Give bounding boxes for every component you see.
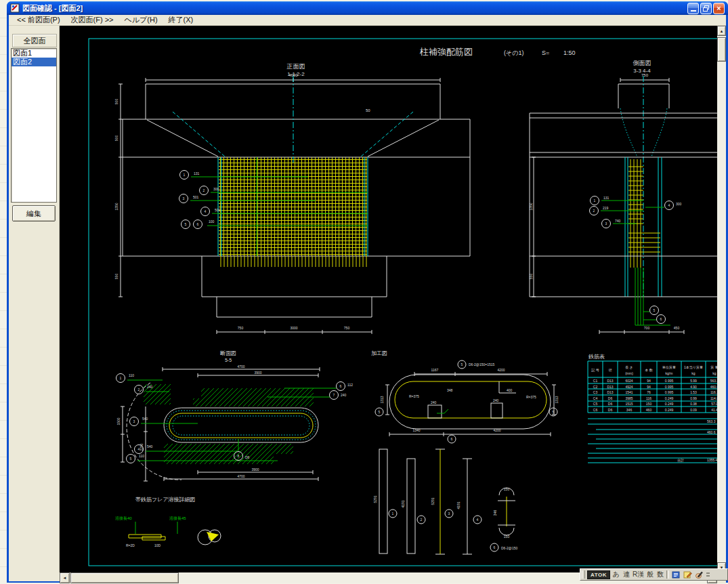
- rebar-mark-value: 240: [341, 393, 347, 397]
- table-cell: 114.8: [710, 396, 717, 400]
- menu-exit[interactable]: 終了(X): [169, 15, 194, 25]
- section-dim: 3900: [251, 467, 259, 472]
- fab-top-note: D6-2@150=1515: [469, 362, 495, 367]
- rebar-mark-value: 100: [209, 220, 215, 224]
- rebar-mark-value: 740: [615, 219, 621, 223]
- section-view: 断面図 5-5 4700 3900 1500 2250 3900 4700 1 …: [116, 350, 354, 481]
- table-cell: D13: [607, 390, 613, 394]
- fab-dim-rot: 1313: [380, 396, 384, 403]
- front-d50: 50: [366, 108, 370, 112]
- rebar-mark: 5: [130, 457, 132, 461]
- table-cell: 460: [646, 408, 652, 412]
- table-cell: 116: [646, 396, 651, 400]
- fab-dim: 1340: [412, 428, 420, 432]
- scroll-left-button[interactable]: ◄: [60, 572, 70, 583]
- ime-conversion-mode-button[interactable]: 連: [622, 570, 630, 579]
- ime-minimize-strip[interactable]: [706, 570, 710, 579]
- edit-button[interactable]: 編集: [12, 205, 56, 222]
- ime-brand-button[interactable]: ATOK: [587, 570, 610, 579]
- hook-note: D6-2@150: [501, 546, 517, 550]
- rebar-mark: 6: [197, 222, 199, 226]
- table-cell: D13: [607, 385, 613, 389]
- rebar-mark: 4: [205, 209, 207, 213]
- table-total: 1355.4: [707, 458, 717, 462]
- drawing-title: 柱補強配筋図: [419, 47, 473, 57]
- menu-bar: << 前図面(P) 次図面(F) >> ヘルプ(H) 終了(X): [9, 15, 726, 26]
- bar-details: 5291 1 4191 2 5291 3 4191 4: [373, 449, 481, 554]
- rebar-mark: 6: [340, 384, 342, 388]
- ime-dictionary-icon[interactable]: [671, 570, 681, 579]
- side-dim-top: 750: [641, 73, 649, 77]
- title-bar[interactable]: 図面確認 - [図面2] ×: [7, 1, 728, 15]
- scroll-up-button[interactable]: ▲: [717, 26, 726, 36]
- side-dim-left: 550: [529, 274, 533, 280]
- rebar-mark: 1: [184, 173, 186, 177]
- section-dim: 4700: [237, 474, 244, 478]
- drawing-list[interactable]: 図面1 図面2: [11, 48, 57, 203]
- rebar-mark-value: 500: [215, 208, 221, 212]
- table-cell: 563.3: [710, 379, 717, 383]
- table-cell: D6: [608, 408, 613, 412]
- rebar-mark: 1: [392, 512, 394, 516]
- cad-viewport: 柱補強配筋図 (その1) S= 1:50 正面図 1-1 2-2 4000 50…: [60, 26, 717, 572]
- ime-input-mode-button[interactable]: あ: [612, 570, 620, 579]
- fabrication-view: 加工図 5 D6-2@150=1515 1167 4200 R=375 348 …: [371, 350, 559, 443]
- table-cell: 1.53: [690, 390, 697, 394]
- table-cell: 4.90: [690, 385, 697, 389]
- table-header: (mm): [625, 371, 633, 375]
- table-cell: 1541: [625, 390, 633, 394]
- restore-icon: [703, 5, 709, 12]
- list-item-drawing1[interactable]: 図面1: [12, 49, 56, 58]
- table-cell: 460.6: [710, 385, 717, 389]
- rebar-mark-value: 219: [603, 206, 609, 210]
- rebar-mark: 2: [203, 188, 205, 192]
- menu-prev-drawing[interactable]: << 前図面(P): [17, 15, 60, 25]
- rebar-mark: 2: [421, 518, 423, 522]
- ime-kanji-mode-button[interactable]: R漢: [633, 570, 644, 579]
- table-cell: 41.4: [711, 408, 717, 412]
- side-view: 側面図 3-3 4-4 750 1 131 2 219 3 740 4 300 …: [529, 60, 717, 334]
- table-cell: 0.249: [665, 402, 674, 406]
- table-cell: 94: [647, 385, 651, 389]
- rebar-table: 鉄筋表 記 号 径 長 さ (mm) 本 数 単位質量 kg/m 1本当り質量 …: [588, 354, 717, 463]
- vertical-scroll-thumb[interactable]: [717, 37, 726, 62]
- section-view-sub: 5-5: [225, 358, 232, 362]
- fab-text: 348: [447, 388, 453, 392]
- horizontal-scroll-thumb[interactable]: [70, 572, 179, 583]
- bar-length: 5291: [373, 495, 377, 503]
- rebar-mark: 5: [461, 362, 463, 367]
- minimize-button[interactable]: [687, 3, 699, 14]
- weld-detail: 帯鉄筋フレア溶接詳細図 溶接長40 溶接長45 R=2D 10D: [115, 497, 221, 547]
- weld-detail-label: 帯鉄筋フレア溶接詳細図: [135, 497, 196, 503]
- ime-extra-mode-button[interactable]: 数: [656, 570, 664, 579]
- ime-grip-handle[interactable]: [582, 570, 585, 579]
- table-cell: 5.99: [690, 379, 697, 383]
- menu-next-drawing[interactable]: 次図面(F) >>: [71, 15, 114, 25]
- ime-word-register-icon[interactable]: [683, 570, 692, 579]
- rebar-mark: 6: [660, 317, 662, 321]
- drawing-title-note: (その1): [504, 49, 523, 56]
- table-header: 本 数: [645, 368, 652, 372]
- close-button[interactable]: ×: [713, 3, 725, 14]
- table-header: kg/m: [666, 371, 673, 375]
- section-view-label: 断面図: [220, 350, 236, 356]
- rebar-mark: 3: [448, 512, 450, 516]
- list-item-drawing2[interactable]: 図面2: [12, 58, 56, 66]
- table-total-label: 合計: [677, 458, 684, 463]
- minimize-icon: [691, 10, 696, 12]
- table-cell: 0.249: [665, 396, 674, 400]
- hook-detail: 150 150 346 6 D6-2@150: [490, 487, 517, 551]
- ime-handwriting-icon[interactable]: [694, 570, 704, 579]
- table-cell: C2: [593, 385, 598, 389]
- vertical-scrollbar[interactable]: ▲ ▼: [717, 26, 726, 572]
- table-cell: 0.995: [665, 385, 674, 389]
- menu-help[interactable]: ヘルプ(H): [125, 15, 158, 25]
- rebar-mark: 5: [185, 222, 187, 226]
- hook-dim: 346: [493, 510, 497, 516]
- restore-button[interactable]: [700, 3, 712, 14]
- section-dim: 3900: [254, 371, 261, 375]
- rebar-mark-value: 131: [194, 171, 200, 175]
- rebar-mark-value: 300: [213, 187, 219, 191]
- ime-expression-mode-button[interactable]: 般: [646, 570, 654, 579]
- app-window: 図面確認 - [図面2] × << 前図面(P) 次図面(F) >> ヘルプ(H…: [7, 1, 728, 583]
